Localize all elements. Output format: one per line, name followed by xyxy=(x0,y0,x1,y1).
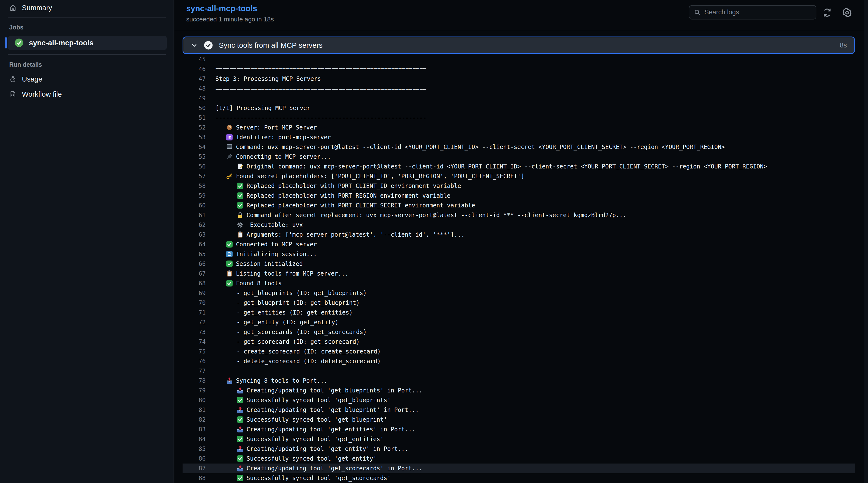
search-logs-box[interactable] xyxy=(689,5,816,20)
log-line[interactable]: 51 -------------------------------------… xyxy=(183,113,855,123)
log-line-number[interactable]: 75 xyxy=(183,347,206,356)
log-line-number[interactable]: 66 xyxy=(183,259,206,269)
log-line-number[interactable]: 77 xyxy=(183,366,206,376)
log-line-number[interactable]: 61 xyxy=(183,210,206,220)
log-line-number[interactable]: 57 xyxy=(183,171,206,181)
log-line[interactable]: 71 - get_entities (ID: get_entities) xyxy=(183,308,855,318)
log-line[interactable]: 76 - delete_scorecard (ID: delete_scorec… xyxy=(183,356,855,366)
log-line-number[interactable]: 79 xyxy=(183,386,206,395)
refresh-logs-button[interactable] xyxy=(821,7,833,19)
log-line-number[interactable]: 50 xyxy=(183,103,206,113)
log-line[interactable]: 53 IDIdentifier: port-mcp-server xyxy=(183,132,855,142)
log-line[interactable]: 75 - create_scorecard (ID: create_scorec… xyxy=(183,347,855,356)
log-line[interactable]: 77 xyxy=(183,366,855,376)
log-line-number[interactable]: 78 xyxy=(183,376,206,386)
log-line-number[interactable]: 83 xyxy=(183,425,206,434)
log-line[interactable]: 70 - get_blueprint (ID: get_blueprint) xyxy=(183,298,855,308)
log-line-text: - get_blueprint (ID: get_blueprint) xyxy=(237,299,360,306)
log-line[interactable]: 68 Found 8 tools xyxy=(183,278,855,288)
log-line[interactable]: 57 Found secret placeholders: ['PORT_CLI… xyxy=(183,171,855,181)
log-line-number[interactable]: 76 xyxy=(183,356,206,366)
log-line[interactable]: 54 Command: uvx mcp-server-port@latest -… xyxy=(183,142,855,152)
log-line-number[interactable]: 81 xyxy=(183,405,206,415)
log-line[interactable]: 85 Creating/updating tool 'get_entity' i… xyxy=(183,444,855,454)
log-line[interactable]: 48 =====================================… xyxy=(183,84,855,93)
sidebar-item-workflow-file[interactable]: Workflow file xyxy=(0,87,174,102)
log-line[interactable]: 55 Connecting to MCP server... xyxy=(183,152,855,162)
log-line-number[interactable]: 63 xyxy=(183,230,206,240)
log-line[interactable]: 49 xyxy=(183,93,855,103)
search-logs-input[interactable] xyxy=(705,8,811,16)
log-line[interactable]: 79 Creating/updating tool 'get_blueprint… xyxy=(183,386,855,395)
log-line-number[interactable]: 87 xyxy=(183,463,206,473)
log-line[interactable]: 52 Server: Port MCP Server xyxy=(183,123,855,132)
log-line-number[interactable]: 52 xyxy=(183,123,206,132)
log-line-number[interactable]: 48 xyxy=(183,84,206,93)
log-line-number[interactable]: 67 xyxy=(183,269,206,278)
log-line[interactable]: 69 - get_blueprints (ID: get_blueprints) xyxy=(183,288,855,298)
log-line[interactable]: 58 Replaced placeholder with PORT_CLIENT… xyxy=(183,181,855,191)
log-line[interactable]: 62 Executable: uvx xyxy=(183,220,855,230)
log-line-number[interactable]: 65 xyxy=(183,249,206,259)
log-line[interactable]: 81 Creating/updating tool 'get_blueprint… xyxy=(183,405,855,415)
log-line-number[interactable]: 51 xyxy=(183,113,206,123)
step-header-sync-tools[interactable]: Sync tools from all MCP servers 8s xyxy=(183,36,855,54)
log-line-number[interactable]: 64 xyxy=(183,240,206,249)
log-line[interactable]: 74 - get_scorecard (ID: get_scorecard) xyxy=(183,337,855,347)
log-line[interactable]: 50 [1/1] Processing MCP Server xyxy=(183,103,855,113)
log-line-number[interactable]: 46 xyxy=(183,64,206,74)
log-line-number[interactable]: 55 xyxy=(183,152,206,162)
log-line-number[interactable]: 85 xyxy=(183,444,206,454)
log-line-number[interactable]: 47 xyxy=(183,74,206,84)
log-line[interactable]: 63 Arguments: ['mcp-server-port@latest',… xyxy=(183,230,855,240)
log-line[interactable]: 56 Original command: uvx mcp-server-port… xyxy=(183,162,855,171)
log-line[interactable]: 66 Session initialized xyxy=(183,259,855,269)
log-line-number[interactable]: 54 xyxy=(183,142,206,152)
log-line[interactable]: 84 Successfully synced tool 'get_entitie… xyxy=(183,434,855,444)
log-line[interactable]: 82 Successfully synced tool 'get_bluepri… xyxy=(183,415,855,425)
log-line-number[interactable]: 71 xyxy=(183,308,206,318)
log-line[interactable]: 46 =====================================… xyxy=(183,64,855,74)
log-line-number[interactable]: 82 xyxy=(183,415,206,425)
log-settings-button[interactable] xyxy=(841,7,853,19)
log-line[interactable]: 80 Successfully synced tool 'get_bluepri… xyxy=(183,395,855,405)
log-line[interactable]: 86 Successfully synced tool 'get_entity' xyxy=(183,454,855,463)
log-line-number[interactable]: 70 xyxy=(183,298,206,308)
log-line[interactable]: 67 Listing tools from MCP server... xyxy=(183,269,855,278)
log-line-number[interactable]: 60 xyxy=(183,201,206,210)
log-line[interactable]: 59 Replaced placeholder with PORT_REGION… xyxy=(183,191,855,201)
log-line[interactable]: 60 Replaced placeholder with PORT_CLIENT… xyxy=(183,201,855,210)
log-line-number[interactable]: 59 xyxy=(183,191,206,201)
log-line[interactable]: 72 - get_entity (ID: get_entity) xyxy=(183,318,855,327)
log-line-number[interactable]: 73 xyxy=(183,327,206,337)
log-line-number[interactable]: 68 xyxy=(183,278,206,288)
log-line-number[interactable]: 86 xyxy=(183,454,206,463)
log-line[interactable]: 47 Step 3: Processing MCP Servers xyxy=(183,74,855,84)
log-line-number[interactable]: 45 xyxy=(183,55,206,64)
sidebar-item-usage[interactable]: Usage xyxy=(0,71,174,87)
log-line[interactable]: 78 Syncing 8 tools to Port... xyxy=(183,376,855,386)
log-line[interactable]: 45 xyxy=(183,55,855,64)
log-line-number[interactable]: 49 xyxy=(183,93,206,103)
log-line-number[interactable]: 84 xyxy=(183,434,206,444)
log-line-number[interactable]: 80 xyxy=(183,395,206,405)
sidebar-item-summary[interactable]: Summary xyxy=(0,0,174,13)
log-line[interactable]: 73 - get_scorecards (ID: get_scorecards) xyxy=(183,327,855,337)
log-line[interactable]: 88 Successfully synced tool 'get_scoreca… xyxy=(183,473,855,483)
log-line-number[interactable]: 88 xyxy=(183,473,206,483)
chevron-down-icon[interactable] xyxy=(191,42,198,49)
sidebar-item-job-sync-all-mcp-tools[interactable]: sync-all-mcp-tools xyxy=(8,36,167,50)
log-line[interactable]: 61 Command after secret replacement: uvx… xyxy=(183,210,855,220)
log-line[interactable]: 65 Initializing session... xyxy=(183,249,855,259)
log-line-number[interactable]: 69 xyxy=(183,288,206,298)
log-line[interactable]: 83 Creating/updating tool 'get_entities'… xyxy=(183,425,855,434)
log-line-number[interactable]: 72 xyxy=(183,318,206,327)
log-line-number[interactable]: 53 xyxy=(183,132,206,142)
log-line[interactable]: 64 Connected to MCP server xyxy=(183,240,855,249)
log-line-number[interactable]: 58 xyxy=(183,181,206,191)
log-line-number[interactable]: 74 xyxy=(183,337,206,347)
log-line[interactable]: 87 Creating/updating tool 'get_scorecard… xyxy=(183,463,855,473)
log-line-number[interactable]: 62 xyxy=(183,220,206,230)
vertical-scrollbar[interactable] xyxy=(864,0,868,483)
log-line-number[interactable]: 56 xyxy=(183,162,206,171)
